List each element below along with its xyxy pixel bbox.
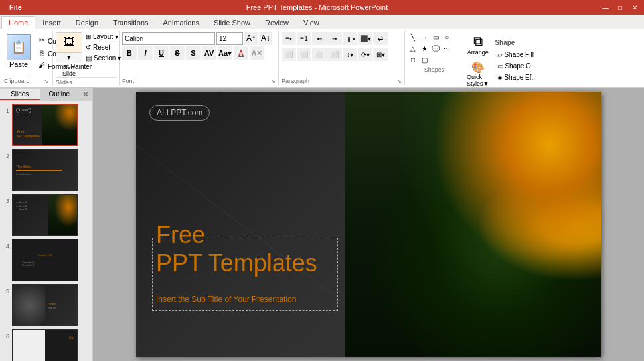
tab-animations[interactable]: Animations [156,16,206,29]
smart-art-button[interactable]: ⬛▾ [358,32,372,45]
minimize-button[interactable]: — [599,2,612,13]
reset-button[interactable]: ↺ Reset [84,42,123,52]
columns-button[interactable]: ⫼▾ [343,32,357,45]
shape-rounded[interactable]: ▢ [419,54,430,65]
shape-line[interactable]: ╲ [408,32,418,42]
new-slide-label: NewSlide [62,64,76,77]
slide-image-4[interactable]: Section Title Content line 1Content line… [12,239,78,281]
slide-image-6[interactable]: Go! [12,329,78,361]
shape-oval[interactable]: ○ [442,32,452,42]
arrange-quick-column: ⧉ Arrange 🎨 QuickStyles▼ [463,32,492,89]
window-title: Free PPT Templates - Microsoft PowerPoin… [35,3,599,11]
clipboard-group: 📋 Paste ✂ Cut ⎘ Copy 🖌 Format Painter C [0,31,53,86]
clear-format-button[interactable]: A✕ [250,46,264,60]
slide-thumb-6[interactable]: 6 Go! [3,329,90,361]
text-direction-button[interactable]: ⟳▾ [358,48,372,61]
char-spacing-button[interactable]: AV [202,46,216,60]
shape-box[interactable]: □ [408,54,418,65]
panel-tab-outline[interactable]: Outline [40,89,80,100]
slides-list: 1 FreePPT Templates ALLPPT 2 Title Slide [0,101,92,361]
main-slide-canvas[interactable]: ALLPPT.com Free PPT Templates Insert the… [136,92,601,357]
decrease-indent-button[interactable]: ⇤ [312,32,327,45]
align-left-button[interactable]: ⬜ [282,48,296,61]
convert-button[interactable]: ⇄ [373,32,388,45]
clipboard-label: Clipboard [4,78,30,84]
numbering-button[interactable]: ≡1 [297,32,311,45]
slide-image-1[interactable]: FreePPT Templates ALLPPT [12,104,78,146]
strikethrough-button[interactable]: S [170,46,185,60]
slide-thumb-5[interactable]: 5 People Team info [3,284,90,326]
tab-insert[interactable]: Insert [35,16,68,29]
tab-slideshow[interactable]: Slide Show [206,16,258,29]
shape-effects-button[interactable]: ◈ Shape Ef... [495,72,539,82]
slide-thumb-1[interactable]: 1 FreePPT Templates ALLPPT [3,104,90,146]
shape-tri[interactable]: △ [408,43,418,54]
section-icon: ▤ [86,54,92,62]
shape-more[interactable]: ⋯ [442,43,452,54]
slide-title[interactable]: Free PPT Templates [156,220,317,277]
align-center-button[interactable]: ⬜ [297,48,311,61]
underline-button[interactable]: U [154,46,169,60]
shape-rect[interactable]: ▭ [430,32,441,42]
file-tab[interactable]: File [3,0,29,15]
shape-callout[interactable]: 💬 [430,43,441,54]
paragraph-dialog-arrow[interactable]: ↘ [397,78,402,84]
ribbon: 📋 Paste ✂ Cut ⎘ Copy 🖌 Format Painter C [0,29,644,88]
font-name-input[interactable] [122,32,215,45]
text-align-button[interactable]: ⊞▾ [373,48,388,61]
font-increase-button[interactable]: A↑ [244,32,258,45]
slide-image-3[interactable]: — Item 1— Item 2— Item 3 [12,194,78,236]
clipboard-dialog-arrow[interactable]: ↘ [44,78,48,84]
line-spacing-button[interactable]: ↕▾ [343,48,357,61]
paste-label: Paste [9,60,28,68]
tab-view[interactable]: View [296,16,327,29]
window-controls: — □ ✕ [599,2,641,13]
italic-button[interactable]: I [138,46,153,60]
close-panel-button[interactable]: ✕ [79,88,92,101]
bullets-button[interactable]: ≡• [282,32,296,45]
arrange-button[interactable]: ⧉ Arrange [463,32,492,58]
section-button[interactable]: ▤ Section▾ [84,53,123,63]
layout-button[interactable]: ⊞ Layout▾ [84,32,123,42]
bold-button[interactable]: B [122,46,137,60]
quick-styles-button[interactable]: 🎨 QuickStyles▼ [463,59,492,89]
new-slide-top[interactable]: 🖼 [56,32,82,53]
align-justify-button[interactable]: ⬜ [327,48,342,61]
shape-fill-button[interactable]: ▱ Shape Fill [495,50,539,60]
maximize-button[interactable]: □ [613,2,627,13]
tab-review[interactable]: Review [258,16,296,29]
slide-num-2: 2 [3,153,9,159]
new-slide-dropdown[interactable]: ▾ [56,53,82,62]
shape-arrow[interactable]: → [419,32,430,42]
font-decrease-button[interactable]: A↓ [259,32,272,45]
paste-button[interactable]: 📋 Paste [4,32,33,76]
shape-options: Shape ▱ Shape Fill ▭ Shape O... ◈ Shape … [495,32,539,89]
panel-tab-slides[interactable]: Slides [0,89,40,100]
slide-image-5[interactable]: People Team info [12,284,78,326]
tab-design[interactable]: Design [68,16,106,29]
shape-header: Shape [495,39,539,48]
slide-image-2[interactable]: Title Slide Content here [12,149,78,191]
close-button[interactable]: ✕ [628,2,641,13]
font-size-input[interactable] [216,32,243,45]
shadow-button[interactable]: S [186,46,201,60]
shape-outline-button[interactable]: ▭ Shape O... [495,61,539,71]
tab-transitions[interactable]: Transitions [106,16,155,29]
font-dialog-arrow[interactable]: ↘ [271,78,276,84]
slide-num-3: 3 [3,198,9,204]
slide-subtitle[interactable]: Insert the Sub Title of Your Presentatio… [156,295,296,304]
canvas-area: ALLPPT.com Free PPT Templates Insert the… [93,88,644,361]
font-color-button[interactable]: A [234,46,248,60]
slide-thumb-4[interactable]: 4 Section Title Content line 1Content li… [3,239,90,281]
change-case-button[interactable]: Aa▾ [218,46,232,60]
slide-thumb-2[interactable]: 2 Title Slide Content here [3,149,90,191]
quick-styles-icon: 🎨 [471,61,485,74]
align-right-button[interactable]: ⬜ [312,48,327,61]
slide-title-line2: PPT Templates [156,249,317,277]
paste-icon: 📋 [7,34,31,60]
shape-star[interactable]: ★ [419,43,430,54]
increase-indent-button[interactable]: ⇥ [327,32,342,45]
tab-home[interactable]: Home [1,16,35,29]
reset-icon: ↺ [86,44,91,51]
slide-thumb-3[interactable]: 3 — Item 1— Item 2— Item 3 [3,194,90,236]
